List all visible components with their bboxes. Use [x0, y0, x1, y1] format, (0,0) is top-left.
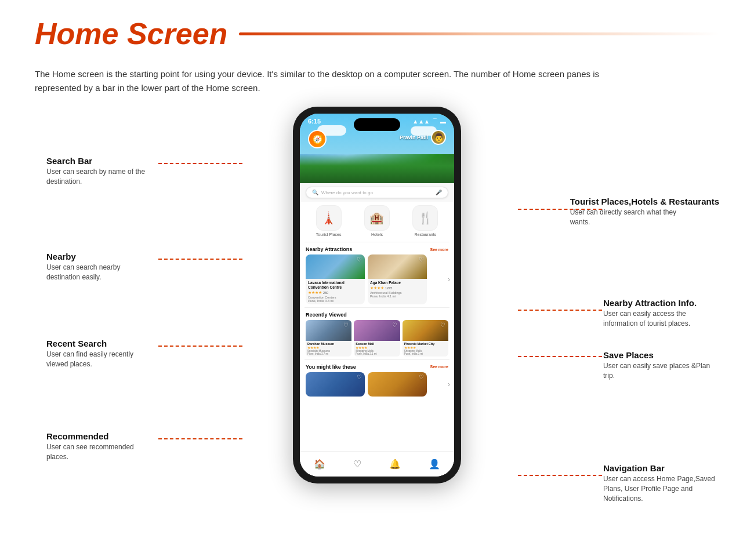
recently-viewed-section: Recently Viewed ♡ Darshan Museum ★★★★	[300, 310, 454, 358]
darshan-stars: ★★★★	[307, 346, 350, 350]
annotation-save-places: Save Places User can easily save places …	[603, 350, 719, 381]
phoenix-heart-icon[interactable]: ♡	[440, 322, 445, 328]
agakhan-card-image: ♡	[368, 254, 427, 279]
dashed-line-recent	[158, 346, 242, 347]
nearby-cards-list: ♡ Lavasa International Convention Centre…	[306, 254, 448, 304]
nearby-see-more[interactable]: See more	[430, 248, 448, 252]
recommended-header: You might like these See more	[306, 364, 448, 370]
hero-trees	[300, 154, 454, 183]
nearby-section-header: Nearby Attractions See more	[306, 246, 448, 252]
annotation-tourist-desc: User can directly search what they wants…	[570, 208, 686, 227]
phoenix-image: ♡	[403, 320, 448, 341]
annotation-nearby-info-desc: User can easily access the information o…	[603, 309, 719, 329]
lavasa-card-info: Lavasa International Convention Centre ★…	[306, 279, 365, 304]
user-avatar[interactable]: 👨	[431, 130, 446, 145]
dashed-line-nearby	[158, 259, 242, 260]
search-bar-section: 🔍 Where do you want to go 🎤	[300, 183, 454, 202]
category-tourist-places[interactable]: 🗼 Tourist Places	[316, 205, 342, 237]
hotels-icon-box: 🏨	[364, 205, 390, 231]
search-input[interactable]: 🔍 Where do you want to go 🎤	[306, 187, 448, 198]
nearby-card-agakhan[interactable]: ♡ Aga Khan Palace ★★★★ 1245 Architectura…	[368, 254, 427, 304]
darshan-info: Darshan Museum ★★★★ Specialty Museums Pu…	[306, 341, 351, 357]
annotation-nearby-info: Nearby Attraction Info. User can easily …	[603, 298, 719, 329]
divider-2	[304, 307, 449, 308]
nav-saved[interactable]: ♡	[353, 459, 361, 470]
nav-notifications[interactable]: 🔔	[389, 459, 401, 470]
rec-chevron[interactable]: ›	[448, 380, 450, 388]
phoenix-location: Pune, India 1 mi	[404, 352, 447, 355]
agakhan-location: Pune, India 4.1 mi	[370, 294, 425, 298]
darshan-location: Pune, India 3.7 mi	[307, 352, 350, 355]
nearby-section-title: Nearby Attractions	[306, 246, 352, 252]
annotation-search-bar-desc: User can search by name of the destinati…	[46, 167, 151, 187]
agakhan-heart-icon[interactable]: ♡	[419, 256, 424, 263]
hotels-label: Hotels	[371, 232, 383, 237]
nearby-chevron[interactable]: ›	[448, 275, 450, 283]
dynamic-island	[354, 118, 400, 131]
annotation-search-bar: Search Bar User can search by name of th…	[46, 156, 151, 187]
categories-section: 🗼 Tourist Places 🏨 Hotels	[300, 202, 454, 240]
nav-home[interactable]: 🏠	[314, 459, 325, 470]
nav-bell-icon: 🔔	[389, 459, 401, 470]
category-hotels[interactable]: 🏨 Hotels	[364, 205, 390, 237]
agakhan-stars: ★★★★ 1245	[370, 286, 425, 290]
darshan-image: ♡	[306, 320, 351, 341]
rec-card-1[interactable]: ♡	[306, 372, 365, 397]
lavasa-heart-icon[interactable]: ♡	[357, 256, 362, 263]
recently-viewed-header: Recently Viewed	[306, 312, 448, 318]
recent-card-phoenix[interactable]: ♡ Phoenix Market City ★★★★ Shopping Mall…	[403, 320, 448, 357]
annotation-recent-search-desc: User can find easily recently viewed pla…	[46, 350, 151, 369]
annotation-save-places-desc: User can easily save places &Plan trip.	[603, 361, 719, 381]
annotation-nearby-desc: User can search nearby destination easil…	[46, 263, 151, 282]
recommended-see-more[interactable]: See more	[430, 365, 448, 369]
phone-frame: 6:15 ▲▲▲ ⌒ ▬ 🧭	[293, 107, 461, 483]
battery-icon: ▬	[440, 118, 446, 125]
rec-card-2-heart[interactable]: ♡	[419, 374, 424, 380]
recent-card-darshan[interactable]: ♡ Darshan Museum ★★★★ Specialty Museums …	[306, 320, 351, 357]
lavasa-reviews: 250	[323, 291, 328, 294]
nav-saved-icon: ♡	[353, 459, 361, 470]
nearby-card-lavasa[interactable]: ♡ Lavasa International Convention Centre…	[306, 254, 365, 304]
rec-card-1-image: ♡	[306, 372, 365, 397]
app-logo-icon: 🧭	[313, 134, 322, 144]
annotation-nav-bar-title: Navigation Bar	[603, 463, 719, 473]
annotation-search-bar-title: Search Bar	[46, 156, 151, 166]
rec-cards-list: ♡ ♡ ›	[306, 372, 448, 397]
annotation-recommended-desc: User can see recommended places.	[46, 442, 151, 462]
dashed-line-search-bar	[158, 163, 242, 164]
season-heart-icon[interactable]: ♡	[392, 322, 397, 328]
lavasa-card-image: ♡	[306, 254, 365, 279]
signal-icon: ▲▲▲	[412, 118, 430, 125]
restaurants-icon-box: 🍴	[412, 205, 438, 231]
nav-home-icon: 🏠	[314, 459, 325, 470]
darshan-heart-icon[interactable]: ♡	[343, 322, 349, 328]
agakhan-reviews: 1245	[385, 286, 392, 290]
restaurants-icon: 🍴	[418, 211, 433, 225]
nav-profile[interactable]: 👤	[429, 459, 440, 470]
search-placeholder-text: Where do you want to go	[321, 190, 433, 195]
annotation-tourist-title: Tourist Places,Hotels & Restaurants	[570, 197, 719, 206]
page-title: Home Screen	[35, 16, 227, 51]
recommended-section: You might like these See more ♡	[300, 362, 454, 398]
rec-card-1-heart[interactable]: ♡	[357, 374, 362, 380]
lavasa-name: Lavasa International Convention Centre	[308, 281, 362, 290]
user-profile-hero: Pravin Patil 👨	[400, 130, 446, 145]
season-image: ♡	[354, 320, 400, 341]
phoenix-info: Phoenix Market City ★★★★ Shopping Malls …	[403, 341, 448, 357]
annotation-nearby-info-title: Nearby Attraction Info.	[603, 298, 719, 308]
user-name-hero: Pravin Patil	[400, 134, 428, 140]
screen-content: 🔍 Where do you want to go 🎤 🗼 Tourist Pl…	[300, 183, 454, 477]
category-restaurants[interactable]: 🍴 Restaurants	[412, 205, 438, 237]
dashed-line-recommended	[158, 438, 242, 439]
season-stars: ★★★★	[356, 346, 398, 350]
tourist-icon: 🗼	[321, 211, 336, 225]
dashed-line-nearby-info-right	[518, 310, 602, 311]
recent-card-season[interactable]: ♡ Season Mall ★★★★ Shopping Malls Pune, …	[354, 320, 400, 357]
rec-card-2[interactable]: ♡	[368, 372, 427, 397]
dashed-line-save-places-right	[518, 356, 602, 357]
annotation-nearby-title: Nearby	[46, 252, 151, 261]
main-content: Search Bar User can search by name of th…	[0, 101, 754, 560]
mic-icon: 🎤	[436, 190, 442, 195]
agakhan-card-info: Aga Khan Palace ★★★★ 1245 Architectural …	[368, 279, 427, 300]
phoenix-stars: ★★★★	[404, 346, 447, 350]
